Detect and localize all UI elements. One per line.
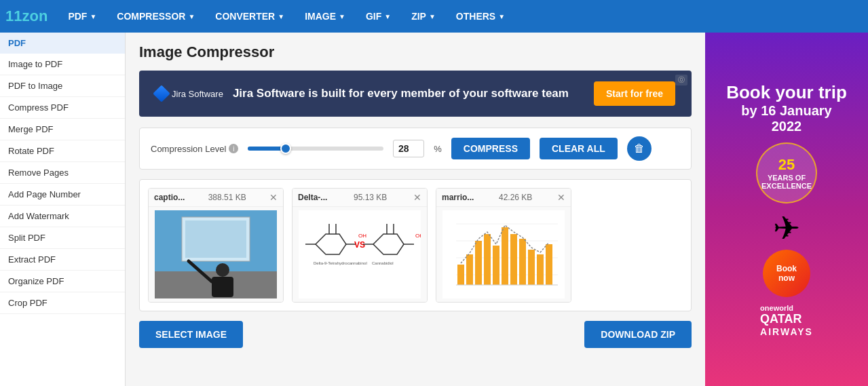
nav-item-pdf[interactable]: PDF ▼ [58,0,106,33]
trash-icon: 🗑 [634,142,645,155]
compression-info-icon[interactable]: i [229,144,238,153]
person-preview-svg [155,210,277,298]
image-card-1-header: Delta-... 95.13 KB ✕ [293,189,427,207]
sidebar-item-remove-pages[interactable]: Remove Pages [0,162,125,184]
svg-text:Cannabidiol: Cannabidiol [372,261,394,265]
svg-rect-34 [510,234,517,285]
image-0-name: captio... [154,193,185,202]
svg-point-4 [216,263,229,277]
nav-item-converter[interactable]: CONVERTER ▼ [206,0,294,33]
controls-bar: Compression Level i % COMPRESS CLEAR ALL… [139,128,692,170]
chevron-down-icon: ▼ [278,13,284,20]
svg-rect-3 [185,220,246,258]
nav-item-image[interactable]: IMAGE ▼ [295,0,355,33]
svg-text:Delta-9-Tetrahydrocannabinol: Delta-9-Tetrahydrocannabinol [314,261,367,265]
right-ad-badge: 25 YEARS OFEXCELLENCE [756,142,817,204]
nav-items: PDF ▼ COMPRESSOR ▼ CONVERTER ▼ IMAGE ▼ G… [58,0,514,33]
image-1-preview: OH Delta-9-Tetrahydrocannabinol VS OH Ca… [293,207,427,302]
svg-text:VS: VS [354,240,365,250]
image-card-2-header: marrio... 42.26 KB ✕ [436,189,571,207]
nav-item-zip[interactable]: ZIP ▼ [402,0,445,33]
sidebar-item-crop-pdf[interactable]: Crop PDF [0,292,125,314]
chevron-down-icon: ▼ [90,13,96,20]
compression-slider[interactable] [248,147,383,151]
svg-rect-31 [484,234,491,285]
sidebar-item-add-page-number[interactable]: Add Page Number [0,184,125,206]
svg-rect-36 [528,250,535,285]
image-card-2: marrio... 42.26 KB ✕ [436,188,571,303]
svg-rect-33 [502,227,508,285]
compression-value-input[interactable] [393,140,424,157]
svg-rect-29 [466,254,473,285]
svg-text:OH: OH [415,233,421,239]
ad-book-now-button[interactable]: Book now [763,250,810,297]
sidebar-item-compress-pdf[interactable]: Compress PDF [0,97,125,119]
sidebar-item-image-to-pdf[interactable]: Image to PDF [0,54,125,75]
logo-text: 11zon [5,7,48,24]
chevron-down-icon: ▼ [384,13,391,20]
svg-rect-5 [212,277,233,297]
sidebar-section-pdf: PDF [0,33,125,54]
image-1-close-button[interactable]: ✕ [413,193,421,202]
topnav: 11zon PDF ▼ COMPRESSOR ▼ CONVERTER ▼ IMA… [0,0,868,33]
nav-item-others[interactable]: OTHERS ▼ [447,0,514,33]
right-ad-headline: Book your trip by 16 January 2022 [726,82,847,134]
image-0-close-button[interactable]: ✕ [269,193,278,202]
svg-rect-38 [546,244,552,285]
image-card-0-header: captio... 388.51 KB ✕ [149,189,283,207]
chart-preview-svg [442,210,565,298]
download-zip-button[interactable]: DOWNLOAD ZIP [584,321,692,348]
svg-rect-7 [299,210,421,298]
compress-button[interactable]: COMPRESS [451,138,530,159]
jira-logo: Jira Software [155,88,223,100]
image-2-close-button[interactable]: ✕ [557,193,565,202]
sidebar-item-split-pdf[interactable]: Split PDF [0,227,125,249]
select-image-button[interactable]: SELECT IMAGE [139,321,243,348]
bottom-bar: SELECT IMAGE DOWNLOAD ZIP [139,321,692,348]
delete-button[interactable]: 🗑 [627,136,652,161]
image-1-name: Delta-... [298,193,327,202]
ad-headline: Jira Software is built for every member … [233,87,569,100]
jira-diamond-icon [153,85,170,102]
image-1-size: 95.13 KB [354,193,387,202]
chevron-down-icon: ▼ [429,13,436,20]
sidebar-item-pdf-to-image[interactable]: PDF to Image [0,75,125,97]
image-0-size: 388.51 KB [208,193,246,202]
sidebar-item-extract-pdf[interactable]: Extract PDF [0,249,125,271]
image-2-name: marrio... [442,193,474,202]
clear-all-button[interactable]: CLEAR ALL [540,138,618,159]
svg-rect-28 [457,265,464,285]
image-grid: captio... 388.51 KB ✕ [139,179,692,311]
chevron-down-icon: ▼ [498,13,505,20]
page-title: Image Compressor [139,43,692,61]
svg-rect-35 [519,239,526,285]
svg-rect-32 [493,246,499,285]
sidebar-item-rotate-pdf[interactable]: Rotate PDF [0,140,125,162]
ad-brand: oneworld QATAR AIRWAYS [760,304,813,337]
ad-banner: Jira Software Jira Software is built for… [139,71,692,117]
right-ad: Book your trip by 16 January 2022 25 YEA… [705,33,868,386]
slider-thumb[interactable] [280,143,291,154]
sidebar-item-organize-pdf[interactable]: Organize PDF [0,271,125,292]
image-2-preview [436,207,571,302]
chemical-preview-svg: OH Delta-9-Tetrahydrocannabinol VS OH Ca… [299,210,421,298]
ad-tag: ⓪ [675,75,687,85]
percent-label: % [434,144,442,154]
chevron-down-icon: ▼ [188,13,195,20]
image-0-preview [149,207,283,302]
layout: PDF Image to PDF PDF to Image Compress P… [0,33,868,386]
image-card-0: captio... 388.51 KB ✕ [148,188,284,303]
sidebar-item-merge-pdf[interactable]: Merge PDF [0,119,125,140]
main-content: Image Compressor Jira Software Jira Soft… [126,33,705,386]
nav-item-compressor[interactable]: COMPRESSOR ▼ [107,0,204,33]
airplane-icon: ✈ [773,209,800,247]
logo[interactable]: 11zon [5,7,48,25]
ad-left: Jira Software Jira Software is built for… [155,87,569,100]
sidebar: PDF Image to PDF PDF to Image Compress P… [0,33,126,386]
chevron-down-icon: ▼ [339,13,345,20]
ad-start-free-button[interactable]: Start for free [594,81,675,106]
nav-item-gif[interactable]: GIF ▼ [356,0,400,33]
svg-rect-30 [475,241,482,285]
image-2-size: 42.26 KB [499,193,532,202]
sidebar-item-add-watermark[interactable]: Add Watermark [0,206,125,227]
